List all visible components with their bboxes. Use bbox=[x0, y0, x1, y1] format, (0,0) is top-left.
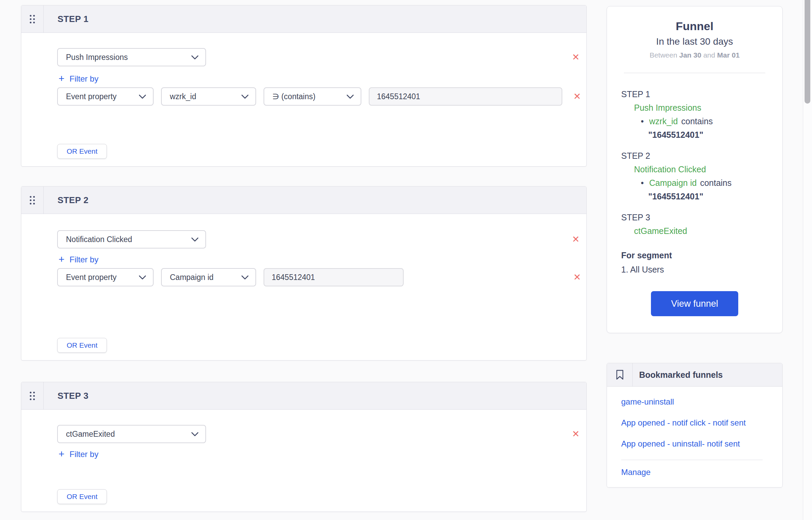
step-card-3: STEP 3 ctGameExited ✕ + Filter by OR Eve… bbox=[21, 382, 587, 512]
step-1-header: STEP 1 bbox=[21, 5, 586, 33]
filter-value-input[interactable] bbox=[369, 87, 562, 106]
step-2-body: Notification Clicked ✕ + Filter by Event… bbox=[21, 214, 586, 360]
bookmarked-funnels-title: Bookmarked funnels bbox=[639, 370, 723, 380]
event-select-value: ctGameExited bbox=[66, 430, 115, 439]
event-select[interactable]: Push Impressions bbox=[57, 48, 206, 66]
filter-by-label: Filter by bbox=[70, 450, 98, 459]
divider bbox=[621, 460, 763, 460]
summary-step-label: STEP 1 bbox=[621, 87, 773, 101]
manage-bookmarks-link[interactable]: Manage bbox=[621, 468, 763, 477]
summary-filter-line: • Campaign idcontains bbox=[621, 176, 773, 190]
step-card-1: STEP 1 Push Impressions ✕ + Filter by Ev… bbox=[21, 5, 587, 167]
remove-filter-icon[interactable]: ✕ bbox=[573, 92, 581, 101]
filter-property-select[interactable]: Campaign id bbox=[161, 268, 256, 286]
summary-filter-value: "1645512401" bbox=[621, 190, 773, 203]
bullet-icon: • bbox=[641, 114, 644, 128]
filter-type-select[interactable]: Event property bbox=[57, 87, 154, 106]
filter-property-select[interactable]: wzrk_id bbox=[161, 87, 256, 106]
summary-filter-verb: contains bbox=[681, 116, 713, 126]
bookmarked-funnels-list: game-uninstall App opened - notif click … bbox=[607, 387, 782, 487]
remove-event-icon[interactable]: ✕ bbox=[572, 53, 580, 62]
bullet-icon: • bbox=[641, 176, 644, 190]
plus-icon: + bbox=[59, 254, 65, 264]
drag-handle-dots-icon bbox=[30, 15, 35, 23]
plus-icon: + bbox=[59, 449, 65, 459]
step-1-body: Push Impressions ✕ + Filter by Event pro… bbox=[21, 33, 586, 166]
add-filter-link[interactable]: + Filter by bbox=[59, 74, 98, 84]
filter-property-value: Campaign id bbox=[170, 273, 213, 282]
chevron-down-icon bbox=[241, 94, 249, 99]
add-filter-link[interactable]: + Filter by bbox=[59, 449, 98, 459]
filter-operator-select[interactable]: ∋ (contains) bbox=[264, 87, 361, 106]
remove-event-icon[interactable]: ✕ bbox=[572, 235, 580, 244]
filter-type-value: Event property bbox=[66, 92, 117, 101]
chevron-down-icon bbox=[191, 432, 199, 436]
remove-event-icon[interactable]: ✕ bbox=[572, 430, 580, 439]
filter-by-label: Filter by bbox=[70, 74, 98, 84]
event-select-value: Notification Clicked bbox=[66, 235, 132, 244]
chevron-down-icon bbox=[241, 275, 249, 280]
step-title: STEP 3 bbox=[58, 391, 89, 401]
event-select[interactable]: ctGameExited bbox=[57, 425, 206, 443]
step-3-body: ctGameExited ✕ + Filter by OR Event bbox=[21, 410, 586, 512]
filter-value-input[interactable] bbox=[264, 268, 404, 286]
drag-handle[interactable] bbox=[21, 5, 44, 32]
summary-step-3: STEP 3 ctGameExited bbox=[621, 211, 773, 238]
funnel-between-dates: Between Jan 30 and Mar 01 bbox=[607, 51, 782, 59]
segment-value: 1. All Users bbox=[621, 263, 773, 276]
step-title: STEP 1 bbox=[58, 14, 89, 24]
bookmarked-funnels-header: Bookmarked funnels bbox=[607, 363, 782, 387]
event-row: Push Impressions ✕ bbox=[57, 48, 586, 66]
funnel-date-range: In the last 30 days bbox=[607, 36, 782, 47]
funnel-title: Funnel bbox=[607, 19, 782, 34]
drag-handle[interactable] bbox=[21, 187, 44, 214]
event-row: ctGameExited ✕ bbox=[57, 425, 586, 443]
filter-row: Event property Campaign id ✕ bbox=[57, 268, 586, 286]
filter-property-value: wzrk_id bbox=[170, 92, 196, 101]
scrollbar-thumb[interactable] bbox=[805, 0, 810, 104]
filter-by-label: Filter by bbox=[70, 255, 98, 264]
summary-step-event: ctGameExited bbox=[621, 224, 773, 238]
drag-handle[interactable] bbox=[21, 382, 44, 409]
summary-filter-property: Campaign id bbox=[649, 178, 697, 188]
add-filter-link[interactable]: + Filter by bbox=[59, 255, 98, 265]
funnel-summary-sidebar: Funnel In the last 30 days Between Jan 3… bbox=[607, 6, 783, 488]
drag-handle-dots-icon bbox=[30, 392, 35, 400]
remove-filter-icon[interactable]: ✕ bbox=[573, 273, 581, 282]
view-funnel-button[interactable]: View funnel bbox=[651, 291, 738, 316]
between-conjunction: and bbox=[703, 51, 715, 59]
chevron-down-icon bbox=[191, 237, 199, 242]
step-card-2: STEP 2 Notification Clicked ✕ + Filter b… bbox=[21, 186, 587, 361]
filter-operator-value: ∋ (contains) bbox=[272, 92, 315, 101]
or-event-button[interactable]: OR Event bbox=[57, 144, 107, 159]
chevron-down-icon bbox=[139, 275, 146, 280]
bookmarked-funnel-link[interactable]: App opened - notif click - notif sent bbox=[621, 416, 763, 429]
summary-step-label: STEP 2 bbox=[621, 149, 773, 162]
summary-step-event: Push Impressions bbox=[621, 101, 773, 114]
plus-icon: + bbox=[59, 73, 65, 84]
filter-type-value: Event property bbox=[66, 273, 117, 282]
summary-step-label: STEP 3 bbox=[621, 211, 773, 224]
end-date: Mar 01 bbox=[717, 51, 740, 59]
bookmarked-funnel-link[interactable]: game-uninstall bbox=[621, 395, 763, 408]
filter-type-select[interactable]: Event property bbox=[57, 268, 154, 286]
bookmarked-funnel-link[interactable]: App opened - uninstall- notif sent bbox=[621, 437, 763, 450]
event-select[interactable]: Notification Clicked bbox=[57, 230, 206, 248]
for-segment-label: For segment bbox=[621, 248, 773, 262]
or-event-button[interactable]: OR Event bbox=[57, 338, 107, 353]
step-2-header: STEP 2 bbox=[21, 187, 586, 214]
summary-filter-line: • wzrk_idcontains bbox=[621, 114, 773, 128]
funnel-steps-editor: STEP 1 Push Impressions ✕ + Filter by Ev… bbox=[21, 5, 587, 512]
summary-step-2: STEP 2 Notification Clicked • Campaign i… bbox=[621, 149, 773, 203]
funnel-steps-summary: STEP 1 Push Impressions • wzrk_idcontain… bbox=[621, 87, 773, 276]
step-3-header: STEP 3 bbox=[21, 382, 586, 410]
vertical-scrollbar[interactable] bbox=[803, 0, 812, 520]
filter-row: Event property wzrk_id ∋ (contains) ✕ bbox=[57, 87, 586, 106]
summary-filter-value: "1645512401" bbox=[621, 128, 773, 142]
divider bbox=[624, 73, 765, 73]
summary-step-1: STEP 1 Push Impressions • wzrk_idcontain… bbox=[621, 87, 773, 142]
or-event-button[interactable]: OR Event bbox=[57, 489, 107, 504]
funnel-summary-card: Funnel In the last 30 days Between Jan 3… bbox=[607, 6, 783, 333]
chevron-down-icon bbox=[191, 55, 199, 60]
start-date: Jan 30 bbox=[679, 51, 701, 59]
